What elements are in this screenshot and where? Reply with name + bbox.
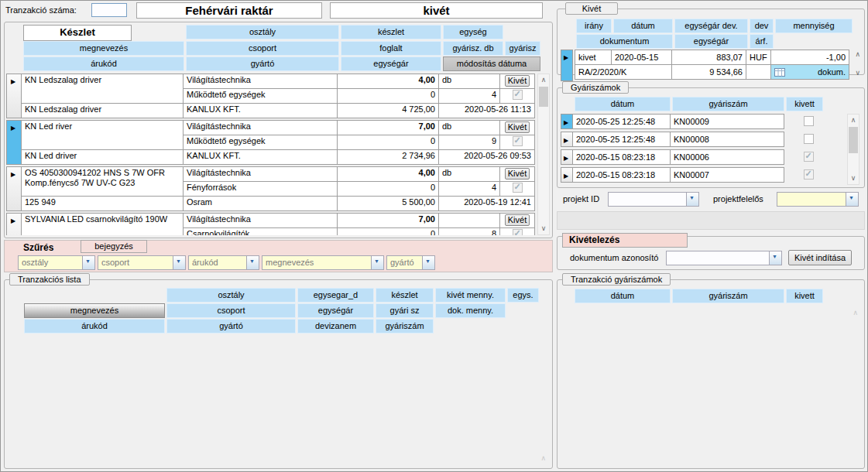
serial-row-2[interactable]: 2020-05-25 12:25:48 KN00008 bbox=[561, 132, 839, 147]
row-selector[interactable] bbox=[6, 120, 22, 165]
filter-dropdown-gyarto[interactable]: gyártó bbox=[386, 255, 435, 270]
row-selector[interactable] bbox=[561, 149, 573, 165]
chevron-down-icon[interactable] bbox=[82, 256, 94, 269]
tl-col-gyarto[interactable]: gyártó bbox=[166, 319, 296, 333]
ts-col-datum[interactable]: dátum bbox=[575, 289, 671, 303]
scrollbar-thumb[interactable] bbox=[849, 127, 858, 153]
scroll-down-icon[interactable]: ∨ bbox=[848, 175, 859, 182]
serial-row-3[interactable]: 2020-05-15 08:23:18 KN00006 bbox=[561, 149, 839, 165]
tl-col-gyariszam[interactable]: gyáriszám bbox=[376, 319, 434, 333]
ser-col-kivett[interactable]: kivett bbox=[786, 97, 823, 111]
serial-checkbox[interactable] bbox=[513, 229, 523, 235]
row-selector[interactable] bbox=[561, 167, 573, 183]
stock-col-foglalt[interactable]: foglalt bbox=[341, 41, 441, 56]
serial-row-4[interactable]: 2020-05-15 08:23:18 KN00007 bbox=[561, 167, 839, 183]
tl-col-csoport[interactable]: csoport bbox=[166, 303, 296, 318]
scroll-up-icon[interactable]: ∧ bbox=[538, 77, 549, 84]
start-kivet-button[interactable]: Kivét indítása bbox=[788, 250, 852, 265]
kp-col-egysegar-dev[interactable]: egységár dev. bbox=[674, 19, 748, 33]
tl-col-dok-menny[interactable]: dok. menny. bbox=[435, 303, 506, 318]
filter-dropdown-megnevezes[interactable]: megnevezés bbox=[262, 255, 384, 270]
chevron-down-icon[interactable] bbox=[769, 251, 781, 265]
project-manager-dropdown[interactable] bbox=[777, 192, 859, 207]
stock-col-gyarisz[interactable]: gyárisz bbox=[505, 41, 540, 56]
row-selector[interactable] bbox=[561, 114, 573, 129]
document-id-dropdown[interactable] bbox=[666, 251, 782, 265]
serial-checkbox[interactable] bbox=[513, 90, 523, 100]
stock-title-button[interactable]: Készlet bbox=[23, 25, 132, 41]
kp-col-dev[interactable]: dev bbox=[750, 19, 774, 33]
kivett-checkbox[interactable] bbox=[804, 134, 814, 144]
stock-col-gyarisz-db[interactable]: gyárisz. db bbox=[443, 41, 503, 56]
row-selector[interactable] bbox=[561, 132, 573, 147]
kivet-row-button[interactable]: Kivét bbox=[505, 75, 530, 87]
scroll-down-icon[interactable]: ∨ bbox=[538, 225, 549, 232]
kp-col-mennyiseg[interactable]: mennyiség bbox=[775, 19, 853, 33]
stock-row-4[interactable]: SYLVANIA LED csarnokvilágító 190W Világí… bbox=[6, 213, 539, 235]
tl-col-egysegar[interactable]: egységár bbox=[297, 303, 374, 318]
kp-col-datum[interactable]: dátum bbox=[613, 19, 673, 33]
filter-dropdown-arukod[interactable]: árukód bbox=[188, 255, 259, 270]
scroll-up-icon[interactable]: ∧ bbox=[540, 455, 546, 462]
dokum-cell[interactable]: dokum. bbox=[771, 65, 849, 79]
stock-row-3[interactable]: OS 4050300941202 HNS S 7W OFR Komp.fényc… bbox=[6, 166, 539, 211]
tl-col-arukod[interactable]: árukód bbox=[24, 319, 165, 333]
tl-col-megnevezes[interactable]: megnevezés bbox=[24, 303, 165, 318]
scroll-up-icon[interactable]: ∧ bbox=[848, 117, 859, 124]
serial-row-1[interactable]: 2020-05-25 12:25:48 KN00009 bbox=[561, 114, 839, 129]
stock-col-modositas-datuma[interactable]: módosítás dátuma bbox=[443, 56, 540, 71]
stock-row-1[interactable]: KN Ledszalag driver Világítástechnika 4,… bbox=[6, 74, 539, 118]
stock-scrollbar[interactable]: ∧ ∨ bbox=[537, 74, 550, 235]
stock-col-megnevezes[interactable]: megnevezés bbox=[23, 41, 184, 56]
chevron-down-icon[interactable] bbox=[246, 256, 259, 269]
kivet-row-button[interactable]: Kivét bbox=[505, 214, 530, 226]
stock-col-arukod[interactable]: árukód bbox=[23, 56, 184, 71]
tl-col-keszlet[interactable]: készlet bbox=[376, 288, 434, 303]
row-selector[interactable] bbox=[6, 213, 22, 235]
stock-col-osztaly[interactable]: osztály bbox=[186, 25, 339, 39]
stock-row-2[interactable]: KN Led river Világítástechnika 7,00 db K… bbox=[6, 120, 539, 165]
serial-checkbox[interactable] bbox=[513, 183, 523, 193]
tl-col-osztaly[interactable]: osztály bbox=[166, 288, 296, 303]
row-selector[interactable] bbox=[6, 166, 22, 211]
filter-dropdown-osztaly[interactable]: osztály bbox=[18, 255, 95, 270]
stock-col-csoport[interactable]: csoport bbox=[186, 41, 339, 56]
kivett-checkbox[interactable] bbox=[804, 116, 814, 126]
stock-col-egyseg[interactable]: egység bbox=[443, 25, 503, 39]
filter-dropdown-csoport[interactable]: csoport bbox=[98, 255, 186, 270]
chevron-down-icon[interactable] bbox=[846, 193, 858, 206]
ts-col-kivett[interactable]: kivett bbox=[786, 289, 823, 303]
row-selector[interactable] bbox=[6, 74, 22, 118]
kp-col-irany[interactable]: irány bbox=[576, 19, 612, 33]
transaction-number-input[interactable] bbox=[91, 3, 127, 17]
serial-checkbox[interactable] bbox=[513, 136, 523, 146]
ts-col-gyariszam[interactable]: gyáriszám bbox=[672, 289, 784, 303]
scroll-down-icon[interactable]: ∨ bbox=[855, 70, 860, 77]
kivet-transaction-row[interactable]: kivet 2020-05-15 883,07 HUF -1,00 RA/2/2… bbox=[575, 50, 849, 80]
scroll-up-icon[interactable]: ∧ bbox=[853, 310, 858, 316]
ser-col-gyariszam[interactable]: gyáriszám bbox=[672, 97, 784, 111]
kivet-row-button[interactable]: Kivét bbox=[505, 168, 530, 180]
chevron-down-icon[interactable] bbox=[173, 256, 185, 269]
tl-col-devizanem[interactable]: devizanem bbox=[297, 319, 374, 333]
kivett-checkbox[interactable] bbox=[804, 169, 814, 180]
kp-col-arf[interactable]: árf. bbox=[750, 34, 774, 49]
project-id-dropdown[interactable] bbox=[608, 192, 699, 207]
kivett-checkbox[interactable] bbox=[804, 152, 814, 162]
stock-col-gyarto[interactable]: gyártó bbox=[186, 56, 339, 71]
scrollbar-thumb[interactable] bbox=[539, 87, 548, 107]
kivet-row-button[interactable]: Kivét bbox=[505, 121, 530, 133]
tl-col-egys[interactable]: egys. bbox=[507, 288, 539, 303]
tl-col-egysegar-d[interactable]: egysegar_d bbox=[297, 288, 374, 303]
scroll-up-icon[interactable]: ∧ bbox=[855, 51, 860, 58]
stock-col-egysegar[interactable]: egységár bbox=[341, 56, 441, 71]
kp-col-dokumentum[interactable]: dokumentum bbox=[576, 34, 673, 49]
chevron-down-icon[interactable] bbox=[422, 256, 434, 269]
ser-col-datum[interactable]: dátum bbox=[575, 97, 671, 111]
chevron-down-icon[interactable] bbox=[686, 193, 698, 206]
row-selector[interactable] bbox=[561, 50, 573, 81]
chevron-down-icon[interactable] bbox=[371, 256, 383, 269]
kp-col-egysegar[interactable]: egységár bbox=[674, 34, 748, 49]
tl-col-kivet-menny[interactable]: kivét menny. bbox=[435, 288, 506, 303]
filter-tab-bejegyzes[interactable]: bejegyzés bbox=[81, 240, 147, 253]
